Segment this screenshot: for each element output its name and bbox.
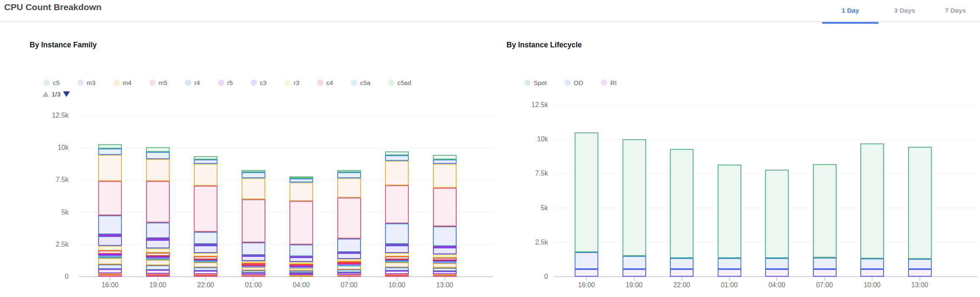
bar-segment-indigo[interactable] xyxy=(337,253,361,258)
bar-segment-indigo[interactable] xyxy=(194,245,217,253)
bar-segment-ri[interactable] xyxy=(622,269,646,277)
legend-item-m4[interactable]: m4 xyxy=(113,79,132,86)
bar-segment-creamBig[interactable] xyxy=(337,178,361,198)
bar-segment-yellow[interactable] xyxy=(98,246,122,250)
bar-segment-violetLine[interactable] xyxy=(242,255,265,256)
bar-segment-cream[interactable] xyxy=(98,258,122,264)
bar-segment-cream[interactable] xyxy=(194,262,217,267)
bar-segment-brightRed[interactable] xyxy=(337,261,361,264)
bar-segment-greenTop[interactable] xyxy=(242,170,265,172)
bar-segment-bigBlue[interactable] xyxy=(385,223,409,244)
bar-segment-indigo[interactable] xyxy=(289,257,313,262)
bar-segment-violetLine[interactable] xyxy=(146,238,170,240)
bar-segment-creamBig[interactable] xyxy=(385,161,409,185)
bar-segment-ri[interactable] xyxy=(908,269,932,277)
bar-segment-yellow[interactable] xyxy=(242,261,265,263)
bar-segment-violetThin[interactable] xyxy=(337,264,361,265)
bar-segment-orange[interactable] xyxy=(289,275,313,276)
bar-segment-yellow[interactable] xyxy=(337,259,361,261)
bar-segment-spot[interactable] xyxy=(813,164,837,258)
bar-segment-ri[interactable] xyxy=(670,269,694,277)
bar-segment-blueTop[interactable] xyxy=(385,155,409,160)
bar-segment-brightRed[interactable] xyxy=(433,258,457,260)
bar-segment-cream[interactable] xyxy=(289,268,313,271)
bar-segment-violetLine[interactable] xyxy=(337,252,361,253)
bar-segment-yellow[interactable] xyxy=(146,248,170,253)
bar-segment-cream[interactable] xyxy=(146,260,170,266)
bar-segment-pink[interactable] xyxy=(337,198,361,238)
bar-segment-indigo[interactable] xyxy=(242,256,265,261)
bar-segment-od[interactable] xyxy=(718,258,741,269)
bar-segment-greenTop[interactable] xyxy=(98,144,122,149)
legend-item-r3[interactable]: r3 xyxy=(284,79,299,86)
bar-segment-violet[interactable] xyxy=(242,273,265,275)
bar-segment-od[interactable] xyxy=(908,259,932,269)
bar-segment-indigoBlue[interactable] xyxy=(194,267,217,271)
bar-segment-orange[interactable] xyxy=(146,274,170,275)
bar-segment-blueTop[interactable] xyxy=(433,160,457,164)
bar-segment-tealGreen[interactable] xyxy=(98,256,122,258)
bar-segment-orange[interactable] xyxy=(98,273,122,275)
tab-1-day[interactable]: 1 Day xyxy=(822,0,878,21)
bar-segment-violetThin[interactable] xyxy=(385,259,409,261)
bar-segment-pink[interactable] xyxy=(242,199,265,242)
bar-segment-creamBig[interactable] xyxy=(98,155,122,181)
bar-segment-ri[interactable] xyxy=(860,269,884,277)
bar-segment-blueTop[interactable] xyxy=(289,179,313,182)
legend-item-r5[interactable]: r5 xyxy=(218,79,233,86)
bar-segment-spot[interactable] xyxy=(765,170,789,258)
bar-segment-brightRed[interactable] xyxy=(242,263,265,265)
bar-segment-blueTop[interactable] xyxy=(98,148,122,155)
bar-segment-bigBlue[interactable] xyxy=(194,232,217,244)
bar-segment-spot[interactable] xyxy=(670,149,694,258)
bar-segment-paleBlue[interactable] xyxy=(385,261,409,262)
bar-segment-od[interactable] xyxy=(622,256,646,269)
bar-segment-orange[interactable] xyxy=(433,274,457,275)
bar-segment-od[interactable] xyxy=(765,258,789,269)
bar-segment-brightRed[interactable] xyxy=(98,250,122,254)
legend-item-m3[interactable]: m3 xyxy=(77,79,96,86)
bar-segment-bigBlue[interactable] xyxy=(242,242,265,255)
bar-segment-ri[interactable] xyxy=(813,269,837,277)
bar-segment-indigoBlue[interactable] xyxy=(242,270,265,273)
bar-segment-violet[interactable] xyxy=(433,271,457,274)
bar-segment-violetThin[interactable] xyxy=(433,260,457,261)
bar-segment-pink[interactable] xyxy=(194,186,217,231)
bar-segment-creamBig[interactable] xyxy=(194,164,217,186)
bar-segment-bigBlue[interactable] xyxy=(433,226,457,246)
bar-segment-spot[interactable] xyxy=(860,143,884,258)
bar-segment-brightRed[interactable] xyxy=(385,256,409,259)
bar-segment-spot[interactable] xyxy=(575,132,598,252)
bar-segment-indigoBlue[interactable] xyxy=(146,265,170,270)
bar-segment-blueTop[interactable] xyxy=(337,172,361,178)
bar-segment-orange[interactable] xyxy=(242,275,265,276)
bar-segment-orange[interactable] xyxy=(385,274,409,275)
legend-item-m5[interactable]: m5 xyxy=(149,79,168,86)
legend-item-Spot[interactable]: Spot xyxy=(524,79,547,86)
bar-segment-greenTop[interactable] xyxy=(337,170,361,172)
bar-segment-greenTop[interactable] xyxy=(289,176,313,179)
bar-segment-violet[interactable] xyxy=(385,271,409,274)
bar-segment-od[interactable] xyxy=(575,252,598,270)
bar-segment-red[interactable] xyxy=(98,275,122,277)
legend-item-RI[interactable]: RI xyxy=(601,79,617,86)
bar-segment-red[interactable] xyxy=(385,275,409,277)
bar-segment-bigBlue[interactable] xyxy=(337,239,361,252)
bar-segment-od[interactable] xyxy=(860,258,884,269)
bar-segment-indigoBlue[interactable] xyxy=(385,267,409,271)
bar-segment-greenTop[interactable] xyxy=(146,147,170,152)
bar-segment-blueTop[interactable] xyxy=(146,152,170,159)
bar-segment-pink[interactable] xyxy=(385,185,409,223)
bar-segment-ri[interactable] xyxy=(718,269,741,277)
bar-segment-spot[interactable] xyxy=(908,147,932,259)
bar-segment-indigo[interactable] xyxy=(385,245,409,253)
tab-3-days[interactable]: 3 Days xyxy=(878,0,931,21)
bar-segment-pink[interactable] xyxy=(146,181,170,223)
bar-segment-spot[interactable] xyxy=(622,139,646,256)
bar-segment-ri[interactable] xyxy=(575,269,598,277)
bar-segment-yellow[interactable] xyxy=(289,262,313,264)
bar-segment-ri[interactable] xyxy=(765,269,789,277)
bar-segment-paleBlue[interactable] xyxy=(146,258,170,259)
bar-segment-violetThin[interactable] xyxy=(242,265,265,267)
bar-segment-od[interactable] xyxy=(813,258,837,269)
